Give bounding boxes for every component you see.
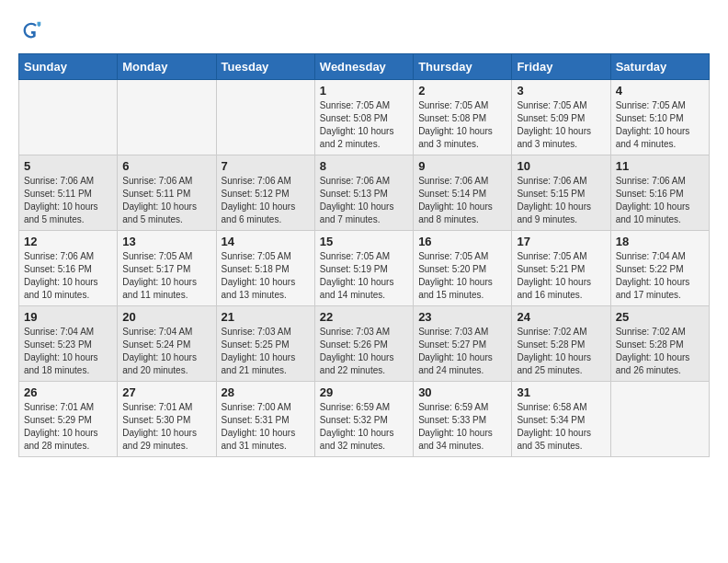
calendar-day-cell bbox=[610, 382, 709, 457]
sunrise-text: Sunrise: 7:06 AM bbox=[24, 251, 94, 261]
sunset-text: Sunset: 5:32 PM bbox=[320, 415, 388, 425]
weekday-header-wednesday: Wednesday bbox=[314, 54, 413, 80]
day-info: Sunrise: 7:04 AMSunset: 5:24 PMDaylight:… bbox=[122, 326, 210, 377]
calendar-day-cell: 15Sunrise: 7:05 AMSunset: 5:19 PMDayligh… bbox=[314, 231, 413, 306]
calendar-day-cell: 30Sunrise: 6:59 AMSunset: 5:33 PMDayligh… bbox=[414, 382, 512, 457]
sunrise-text: Sunrise: 7:05 AM bbox=[320, 100, 390, 110]
calendar-day-cell bbox=[118, 80, 216, 155]
sunrise-text: Sunrise: 7:05 AM bbox=[517, 100, 586, 110]
day-number: 21 bbox=[222, 310, 310, 324]
sunset-text: Sunset: 5:27 PM bbox=[418, 339, 486, 350]
day-info: Sunrise: 6:58 AMSunset: 5:34 PMDaylight:… bbox=[517, 401, 605, 453]
day-number: 1 bbox=[320, 84, 408, 98]
calendar-week-row: 5Sunrise: 7:06 AMSunset: 5:11 PMDaylight… bbox=[19, 155, 710, 231]
day-info: Sunrise: 7:06 AMSunset: 5:15 PMDaylight:… bbox=[517, 175, 605, 226]
calendar-day-cell: 18Sunrise: 7:04 AMSunset: 5:22 PMDayligh… bbox=[610, 231, 709, 306]
sunset-text: Sunset: 5:10 PM bbox=[616, 113, 684, 123]
day-number: 26 bbox=[24, 385, 112, 399]
page-header bbox=[18, 18, 710, 44]
calendar-day-cell: 19Sunrise: 7:04 AMSunset: 5:23 PMDayligh… bbox=[19, 306, 118, 382]
daylight-text: Daylight: 10 hours and 24 minutes. bbox=[418, 352, 493, 375]
sunrise-text: Sunrise: 7:06 AM bbox=[517, 176, 586, 186]
day-number: 12 bbox=[24, 235, 112, 248]
calendar-day-cell: 9Sunrise: 7:06 AMSunset: 5:14 PMDaylight… bbox=[414, 155, 512, 231]
day-info: Sunrise: 7:02 AMSunset: 5:28 PMDaylight:… bbox=[616, 326, 704, 377]
sunset-text: Sunset: 5:25 PM bbox=[222, 339, 290, 350]
weekday-header-saturday: Saturday bbox=[610, 54, 709, 80]
daylight-text: Daylight: 10 hours and 3 minutes. bbox=[418, 126, 493, 149]
daylight-text: Daylight: 10 hours and 20 minutes. bbox=[122, 352, 197, 375]
day-number: 29 bbox=[320, 385, 408, 399]
calendar-day-cell: 14Sunrise: 7:05 AMSunset: 5:18 PMDayligh… bbox=[216, 231, 314, 306]
daylight-text: Daylight: 10 hours and 3 minutes. bbox=[517, 126, 591, 149]
sunset-text: Sunset: 5:20 PM bbox=[418, 264, 486, 274]
daylight-text: Daylight: 10 hours and 2 minutes. bbox=[320, 126, 394, 149]
daylight-text: Daylight: 10 hours and 18 minutes. bbox=[24, 352, 98, 375]
day-info: Sunrise: 7:05 AMSunset: 5:19 PMDaylight:… bbox=[320, 250, 408, 302]
day-number: 2 bbox=[418, 84, 506, 98]
sunrise-text: Sunrise: 6:59 AM bbox=[418, 402, 488, 412]
sunrise-text: Sunrise: 7:02 AM bbox=[616, 327, 686, 337]
calendar-day-cell bbox=[19, 80, 118, 155]
calendar-week-row: 19Sunrise: 7:04 AMSunset: 5:23 PMDayligh… bbox=[19, 306, 710, 382]
calendar-day-cell: 7Sunrise: 7:06 AMSunset: 5:12 PMDaylight… bbox=[216, 155, 314, 231]
daylight-text: Daylight: 10 hours and 11 minutes. bbox=[122, 277, 197, 300]
day-number: 6 bbox=[122, 159, 210, 173]
calendar-day-cell: 16Sunrise: 7:05 AMSunset: 5:20 PMDayligh… bbox=[414, 231, 512, 306]
sunrise-text: Sunrise: 7:02 AM bbox=[517, 327, 586, 337]
sunset-text: Sunset: 5:16 PM bbox=[24, 264, 92, 274]
calendar-day-cell bbox=[216, 80, 314, 155]
daylight-text: Daylight: 10 hours and 16 minutes. bbox=[517, 277, 591, 300]
sunrise-text: Sunrise: 7:03 AM bbox=[418, 327, 488, 337]
sunrise-text: Sunrise: 7:01 AM bbox=[24, 402, 94, 412]
sunrise-text: Sunrise: 7:06 AM bbox=[320, 176, 390, 186]
sunset-text: Sunset: 5:17 PM bbox=[122, 264, 190, 274]
sunset-text: Sunset: 5:21 PM bbox=[517, 264, 585, 274]
logo-icon bbox=[18, 18, 44, 44]
day-number: 19 bbox=[24, 310, 112, 324]
calendar-day-cell: 2Sunrise: 7:05 AMSunset: 5:08 PMDaylight… bbox=[414, 80, 512, 155]
calendar-day-cell: 22Sunrise: 7:03 AMSunset: 5:26 PMDayligh… bbox=[314, 306, 413, 382]
sunset-text: Sunset: 5:08 PM bbox=[320, 113, 388, 123]
day-info: Sunrise: 7:05 AMSunset: 5:21 PMDaylight:… bbox=[517, 250, 605, 302]
sunrise-text: Sunrise: 7:05 AM bbox=[320, 251, 390, 261]
sunrise-text: Sunrise: 7:04 AM bbox=[122, 327, 192, 337]
calendar-day-cell: 10Sunrise: 7:06 AMSunset: 5:15 PMDayligh… bbox=[512, 155, 610, 231]
sunset-text: Sunset: 5:15 PM bbox=[517, 189, 585, 199]
sunset-text: Sunset: 5:31 PM bbox=[222, 415, 290, 425]
sunrise-text: Sunrise: 7:05 AM bbox=[122, 251, 192, 261]
sunset-text: Sunset: 5:12 PM bbox=[222, 189, 290, 199]
sunrise-text: Sunrise: 7:06 AM bbox=[24, 176, 94, 186]
calendar-day-cell: 13Sunrise: 7:05 AMSunset: 5:17 PMDayligh… bbox=[118, 231, 216, 306]
sunset-text: Sunset: 5:28 PM bbox=[616, 339, 684, 350]
weekday-header-tuesday: Tuesday bbox=[216, 54, 314, 80]
calendar-week-row: 26Sunrise: 7:01 AMSunset: 5:29 PMDayligh… bbox=[19, 382, 710, 457]
sunrise-text: Sunrise: 7:03 AM bbox=[320, 327, 390, 337]
day-info: Sunrise: 7:06 AMSunset: 5:16 PMDaylight:… bbox=[24, 250, 112, 302]
daylight-text: Daylight: 10 hours and 5 minutes. bbox=[24, 201, 98, 224]
sunset-text: Sunset: 5:19 PM bbox=[320, 264, 388, 274]
svg-marker-0 bbox=[38, 22, 41, 28]
day-number: 14 bbox=[222, 235, 310, 248]
day-number: 16 bbox=[418, 235, 506, 248]
sunset-text: Sunset: 5:11 PM bbox=[24, 189, 92, 199]
weekday-header-friday: Friday bbox=[512, 54, 610, 80]
calendar-day-cell: 12Sunrise: 7:06 AMSunset: 5:16 PMDayligh… bbox=[19, 231, 118, 306]
sunset-text: Sunset: 5:34 PM bbox=[517, 415, 585, 425]
calendar-day-cell: 4Sunrise: 7:05 AMSunset: 5:10 PMDaylight… bbox=[610, 80, 709, 155]
day-number: 8 bbox=[320, 159, 408, 173]
sunrise-text: Sunrise: 7:06 AM bbox=[122, 176, 192, 186]
day-number: 5 bbox=[24, 159, 112, 173]
weekday-header-sunday: Sunday bbox=[19, 54, 118, 80]
day-info: Sunrise: 7:04 AMSunset: 5:22 PMDaylight:… bbox=[616, 250, 704, 302]
day-number: 7 bbox=[222, 159, 310, 173]
day-number: 11 bbox=[616, 159, 704, 173]
day-info: Sunrise: 7:04 AMSunset: 5:23 PMDaylight:… bbox=[24, 326, 112, 377]
sunrise-text: Sunrise: 7:03 AM bbox=[222, 327, 291, 337]
sunrise-text: Sunrise: 7:06 AM bbox=[222, 176, 291, 186]
day-number: 22 bbox=[320, 310, 408, 324]
calendar-day-cell: 31Sunrise: 6:58 AMSunset: 5:34 PMDayligh… bbox=[512, 382, 610, 457]
sunrise-text: Sunrise: 7:06 AM bbox=[418, 176, 488, 186]
day-info: Sunrise: 6:59 AMSunset: 5:33 PMDaylight:… bbox=[418, 401, 506, 453]
calendar-day-cell: 8Sunrise: 7:06 AMSunset: 5:13 PMDaylight… bbox=[314, 155, 413, 231]
